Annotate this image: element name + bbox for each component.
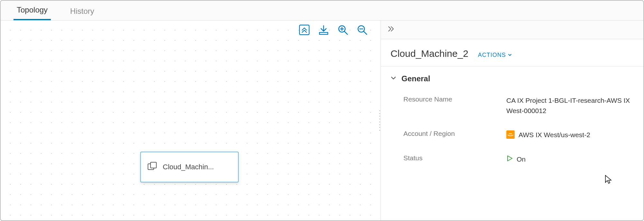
node-label: Cloud_Machin... [163, 163, 232, 171]
svg-marker-13 [508, 156, 512, 161]
field-value: CA IX Project 1-BGL-IT-research-AWS IX W… [506, 95, 634, 116]
actions-label: ACTIONS [478, 52, 506, 58]
field-value: aws AWS IX West/us-west-2 [506, 130, 634, 140]
panel-header: Cloud_Machine_2 ACTIONS [381, 39, 643, 66]
field-value: On [506, 154, 634, 164]
field-label: Resource Name [403, 95, 506, 116]
chevron-down-icon [508, 52, 512, 58]
field-label: Status [403, 154, 506, 164]
section-general: General Resource Name CA IX Project 1-BG… [381, 66, 643, 181]
topology-node-cloud-machine[interactable]: Cloud_Machin... [140, 152, 239, 182]
section-general-toggle[interactable]: General [391, 74, 634, 83]
svg-rect-11 [151, 162, 156, 168]
section-title: General [401, 74, 430, 83]
canvas-toolbar [299, 24, 368, 35]
download-icon[interactable] [318, 24, 329, 35]
expand-panel-icon[interactable] [387, 25, 394, 34]
panel-resize-handle[interactable] [378, 109, 381, 132]
topology-canvas[interactable]: Cloud_Machin... [1, 21, 381, 220]
chevron-down-icon [391, 75, 396, 83]
aws-icon: aws [506, 130, 515, 139]
panel-title: Cloud_Machine_2 [391, 48, 468, 59]
zoom-out-icon[interactable] [357, 24, 368, 35]
svg-text:aws: aws [509, 133, 512, 135]
tab-history[interactable]: History [67, 2, 97, 20]
field-resource-name: Resource Name CA IX Project 1-BGL-IT-res… [403, 95, 634, 116]
resource-name-value: CA IX Project 1-BGL-IT-research-AWS IX W… [506, 95, 634, 116]
svg-line-4 [345, 31, 347, 34]
svg-line-8 [364, 31, 367, 34]
field-label: Account / Region [403, 130, 506, 140]
field-account-region: Account / Region aws AWS IX West/us-west… [403, 130, 634, 140]
actions-dropdown[interactable]: ACTIONS [478, 52, 512, 58]
vm-icon [147, 162, 157, 173]
panel-top-bar [381, 21, 643, 39]
collapse-all-icon[interactable] [299, 24, 310, 35]
field-status: Status On [403, 154, 634, 164]
svg-rect-2 [319, 32, 328, 34]
tab-topology[interactable]: Topology [14, 0, 51, 20]
zoom-in-icon[interactable] [337, 24, 348, 35]
content-area: Cloud_Machin... Cloud_Machine_2 ACTION [1, 21, 643, 220]
account-region-value: AWS IX West/us-west-2 [519, 130, 590, 140]
tab-bar: Topology History [1, 1, 643, 21]
status-value: On [517, 154, 526, 164]
power-on-icon [506, 154, 513, 164]
app-window: Topology History [0, 0, 644, 221]
general-fields: Resource Name CA IX Project 1-BGL-IT-res… [391, 95, 634, 164]
details-panel: Cloud_Machine_2 ACTIONS General [381, 21, 643, 220]
